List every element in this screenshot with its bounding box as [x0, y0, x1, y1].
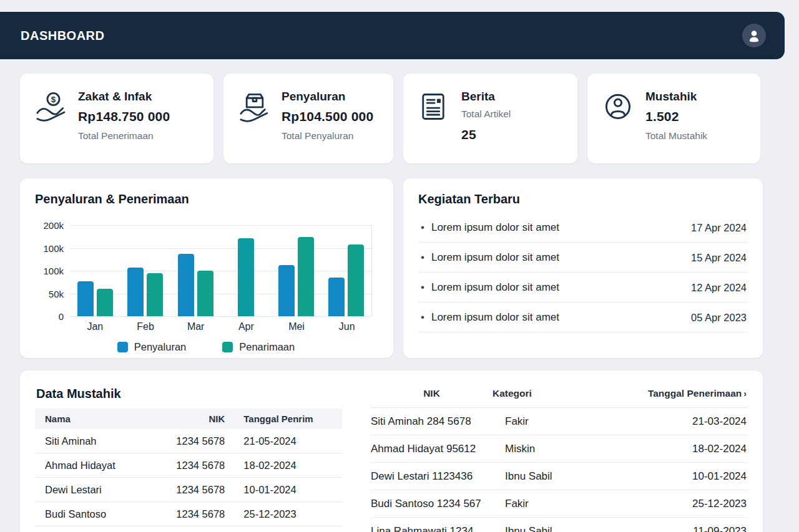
stat-subtitle: Total Penyaluran — [282, 130, 373, 142]
data-mustahik-section: Data Mustahik Nama NIK Tanggal Penrim Si… — [35, 383, 342, 532]
activity-list: •Lorem ipsum dolor sit amet17 Apr 2024•L… — [418, 213, 748, 332]
table-row: Lina Rahmawati1234 567811-07-2023 — [35, 526, 342, 532]
stat-value: Rp104.500 000 — [282, 109, 373, 124]
table-row: Dewi Lestari1234 567810-01-2024 — [35, 478, 342, 502]
stat-title: Berita — [461, 90, 511, 104]
cell-tanggal: 21-03-2024 — [628, 415, 747, 428]
activity-item: •Lorem ipsum dolor sit amet12 Apr 2024 — [418, 273, 748, 302]
y-axis-tick-label: 100k — [35, 266, 64, 276]
stat-card-mustahik: Mustahik 1.502 Total Mustahik — [587, 74, 760, 163]
cell-nama: Ahmad Hidayat — [45, 460, 161, 472]
bar-penyaluran-jun — [328, 278, 345, 316]
mustahik-table-body: Siti Aminah1234 567821-05-2024Ahmad Hida… — [35, 429, 342, 532]
cell-tanggal: 10-01-2024 — [628, 470, 747, 483]
column-header-tanggal-sort[interactable]: Tanggal Penerimaan › — [628, 388, 747, 399]
y-axis-tick-label: 50k — [35, 288, 64, 299]
table-row: Siti Aminah1234 567821-05-2024 — [35, 429, 342, 453]
bullet-icon: • — [421, 251, 424, 264]
stat-card-penyaluran: Penyaluran Rp104.500 000 Total Penyalura… — [223, 74, 393, 163]
penerimaan-table-section: NIK Kategori Tanggal Penerimaan › Siti A… — [371, 383, 748, 532]
legend-label: Penyaluran — [134, 341, 186, 353]
tables-card: Data Mustahik Nama NIK Tanggal Penrim Si… — [20, 370, 763, 532]
activity-date: 17 Apr 2024 — [691, 222, 747, 234]
cell-nik: Budi Santoso 1234 567 — [371, 498, 505, 510]
y-axis-tick-label: 100k — [35, 243, 64, 253]
column-header-kategori: Kategori — [493, 388, 628, 399]
user-icon — [746, 27, 762, 44]
stat-subtitle: Total Penerimaan — [78, 130, 170, 142]
stat-value: Rp148.750 000 — [78, 109, 170, 124]
activity-title: Kegiatan Terbaru — [418, 192, 748, 206]
activity-text: Lorem ipsum dolor sit amet — [431, 281, 559, 294]
cell-tanggal: 21-05-2024 — [225, 435, 332, 447]
cell-nik: Siti Aminah 284 5678 — [371, 415, 505, 428]
column-header-tanggal: Tanggal Penrim — [225, 414, 332, 424]
legend-item-penyaluran: Penyaluran — [117, 341, 186, 353]
user-avatar-button[interactable] — [742, 24, 766, 47]
legend-swatch-icon — [117, 342, 128, 352]
activity-card: Kegiatan Terbaru •Lorem ipsum dolor sit … — [403, 178, 763, 358]
main-content: $ Zakat & Infak Rp148.750 000 Total Pene… — [20, 74, 763, 532]
x-axis-tick-label: Mei — [272, 321, 322, 332]
chart-gridline — [70, 316, 371, 317]
y-axis-tick-label: 0 — [35, 311, 64, 322]
stat-card-zakat: $ Zakat & Infak Rp148.750 000 Total Pene… — [20, 74, 213, 163]
table-row: Ahmad Hidayat 95612Miskin18-02-2024 — [371, 435, 748, 463]
zakat-hand-coin-icon: $ — [34, 87, 69, 163]
cell-nama: Siti Aminah — [45, 435, 161, 447]
chart-title: Penyaluran & Penerimaan — [35, 192, 377, 206]
bullet-icon: • — [421, 281, 424, 294]
cell-tanggal: 18-02-2024 — [225, 460, 332, 472]
penerimaan-table-body: Siti Aminah 284 5678Fakir21-03-2024Ahmad… — [371, 408, 748, 532]
header-bar: DASHBOARD — [0, 12, 785, 59]
activity-text: Lorem ipsum dolor sit amet — [431, 221, 559, 234]
activity-date: 05 Apr 2023 — [691, 312, 747, 324]
bar-group-apr — [221, 225, 272, 316]
stat-cards-row: $ Zakat & Infak Rp148.750 000 Total Pene… — [20, 74, 763, 163]
cell-kategori: Ibnu Sabil — [505, 470, 628, 483]
table-row: Budi Santoso1234 567825-12-2023 — [35, 502, 342, 526]
person-circle-icon — [601, 87, 636, 163]
cell-tanggal: 10-01-2024 — [225, 484, 332, 496]
activity-text: Lorem ipsum dolor sit amet — [431, 251, 559, 264]
stat-subtitle: Total Artikel — [461, 109, 511, 120]
activity-date: 15 Apr 2024 — [691, 252, 747, 264]
cell-nik: 1234 5678 — [161, 508, 225, 520]
svg-text:$: $ — [51, 95, 56, 104]
bar-penyaluran-jan — [77, 281, 94, 316]
bar-penarimaan-mar — [197, 271, 213, 316]
x-axis-tick-label: Mar — [170, 321, 221, 332]
page-title: DASHBOARD — [21, 29, 105, 43]
table-row: Ahmad Hidayat1234 567818-02-2024 — [35, 453, 342, 478]
mustahik-table-header: Nama NIK Tanggal Penrim — [35, 409, 342, 429]
table-row: Budi Santoso 1234 567Fakir25-12-2023 — [371, 490, 748, 518]
bar-penarimaan-jan — [97, 289, 113, 316]
cell-tanggal: 11-09-2023 — [628, 525, 747, 532]
stat-subtitle: Total Mustahik — [645, 130, 707, 142]
cell-tanggal: 25-12-2023 — [628, 498, 747, 510]
activity-date: 12 Apr 2024 — [691, 282, 747, 294]
legend-swatch-icon — [222, 342, 233, 352]
chart-card: Penyaluran & Penerimaan 200k100k100k50k0… — [20, 178, 393, 358]
bar-group-jan — [70, 225, 120, 316]
chart-legend: PenyaluranPenarimaan — [35, 341, 377, 353]
column-header-nama: Nama — [45, 414, 161, 424]
cell-tanggal: 25-12-2023 — [225, 508, 332, 520]
y-axis-tick-label: 200k — [35, 220, 64, 231]
stat-card-berita: Berita Total Artikel 25 — [403, 74, 577, 163]
bar-group-mar — [170, 225, 221, 316]
bar-penarimaan-jun — [348, 244, 364, 316]
bar-penarimaan-feb — [147, 273, 163, 316]
stat-title: Zakat & Infak — [78, 90, 170, 104]
cell-nik: Lina Rahmawati 1234 — [371, 525, 505, 532]
bar-penarimaan-mei — [298, 237, 314, 316]
table-row: Dewi Lestari 1123436Ibnu Sabil10-01-2024 — [371, 463, 748, 490]
bar-group-feb — [120, 225, 171, 316]
cell-nik: 1234 5678 — [161, 460, 225, 472]
x-axis-tick-label: Apr — [221, 321, 272, 332]
bar-penarimaan-apr — [238, 238, 254, 316]
cell-nik: 1234 5678 — [161, 484, 225, 496]
activity-item: •Lorem ipsum dolor sit amet17 Apr 2024 — [418, 213, 748, 243]
column-header-nik: NIK — [371, 388, 493, 399]
stat-title: Penyaluran — [282, 90, 373, 104]
